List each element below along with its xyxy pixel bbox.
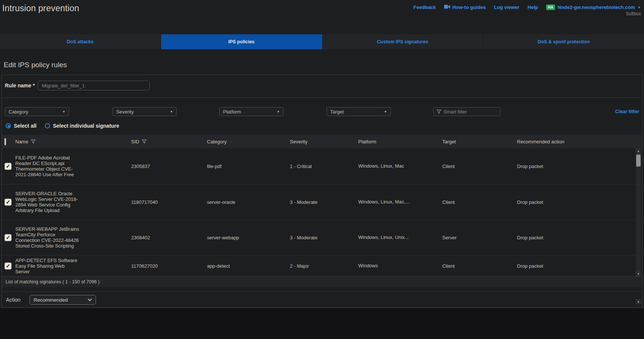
target-cell: Server (442, 235, 517, 240)
target-cell: Client (442, 199, 517, 205)
table-row[interactable]: ✓ APP-DETECT EFS Software Easy File Shar… (2, 255, 642, 276)
tab-dos-spoof-protection[interactable]: DoS & spoof protection (483, 34, 644, 49)
chevron-down-icon: ▼ (170, 110, 173, 113)
device-name: Node2-gw.neospherebiotech.com (558, 4, 635, 10)
action-row: Action Recommended (2, 295, 96, 305)
section-heading: Edit IPS policy rules (4, 61, 67, 69)
platform-dropdown[interactable]: Platform▼ (219, 107, 284, 116)
tab-custom-ips-signatures[interactable]: Custom IPS signatures (322, 34, 483, 49)
howto-guides-link[interactable]: How-to guides (444, 4, 486, 10)
rule-name-label: Rule name * (5, 83, 38, 88)
platform-cell: Windows, Linux, Mac (358, 163, 411, 169)
sid-cell: 1170627020 (131, 263, 207, 269)
select-all-radio[interactable]: Select all (6, 123, 37, 129)
action-select[interactable]: Recommended (30, 295, 96, 305)
table-scrollbar[interactable]: ▲ ▼ (636, 148, 641, 276)
tab-dos-attacks[interactable]: DoS attacks (0, 34, 161, 49)
category-dropdown[interactable]: Category▼ (5, 107, 69, 116)
select-individual-radio[interactable]: Select individual signature (45, 123, 119, 129)
action-label: Action (6, 297, 21, 303)
ha-badge: HA (546, 4, 555, 10)
tab-ips-policies[interactable]: IPS policies (161, 34, 322, 49)
row-checkbox[interactable]: ✓ (4, 262, 12, 270)
recommended-action-cell: Drop packet (517, 199, 642, 205)
chevron-down-icon (88, 299, 92, 301)
signature-name-cell: APP-DETECT EFS Software Easy File Sharin… (15, 258, 80, 274)
table-body: ✓ FILE-PDF Adobe Acrobat Reader DC EScri… (2, 148, 642, 276)
divider (2, 97, 642, 98)
name-filter-funnel-icon[interactable] (31, 139, 35, 144)
main-surface: Intrusion prevention Feedback How-to gui… (0, 0, 644, 308)
radio-selected-icon (6, 123, 11, 128)
row-checkbox[interactable]: ✓ (4, 163, 12, 170)
sid-cell: 2305837 (131, 164, 207, 169)
divider (2, 292, 642, 292)
log-viewer-link[interactable]: Log viewer (494, 4, 519, 10)
severity-cell: 2 - Major (290, 263, 358, 269)
filter-row: Category▼ Severity▼ Platform▼ Target▼ Cl… (2, 107, 642, 116)
table-row[interactable]: ✓ FILE-PDF Adobe Acrobat Reader DC EScri… (2, 148, 642, 184)
table-header: Name SID Category Severity Platform Targ… (2, 135, 642, 148)
scroll-down-icon[interactable]: ▼ (636, 271, 641, 276)
severity-cell: 3 - Moderate (290, 199, 358, 205)
recommended-action-cell: Drop packet (517, 235, 642, 240)
screen: Intrusion prevention Feedback How-to gui… (0, 0, 644, 339)
chevron-down-icon: ▼ (638, 6, 641, 9)
selection-mode-row: Select all Select individual signature (2, 122, 119, 130)
row-checkbox[interactable]: ✓ (4, 199, 12, 206)
category-cell: app-detect (207, 263, 290, 269)
chevron-down-icon: ▼ (384, 110, 387, 113)
signature-name-cell: FILE-PDF Adobe Acrobat Reader DC EScript… (15, 155, 80, 177)
scroll-up-icon[interactable]: ▲ (636, 148, 641, 153)
severity-cell: 3 - Moderate (290, 235, 358, 240)
chevron-down-icon: ▼ (277, 110, 280, 113)
edit-policy-panel: Rule name * Category▼ Severity▼ Platform… (1, 75, 643, 308)
funnel-icon (437, 109, 441, 114)
severity-cell: 1 - Critical (290, 164, 358, 169)
sid-filter-funnel-icon[interactable] (142, 139, 146, 144)
scrollbar-thumb[interactable] (636, 155, 641, 167)
rule-name-input[interactable] (38, 81, 150, 90)
tab-bar: DoS attacks IPS policies Custom IPS sign… (0, 34, 644, 49)
feedback-link[interactable]: Feedback (414, 4, 436, 10)
smart-filter-field (433, 107, 501, 116)
target-cell: Client (442, 263, 517, 269)
topbar: Intrusion prevention Feedback How-to gui… (0, 0, 644, 21)
category-cell: server-webapp (207, 235, 290, 240)
clear-filter-link[interactable]: Clear filter (615, 109, 639, 114)
severity-dropdown[interactable]: Severity▼ (112, 107, 177, 116)
sid-cell: 2308402 (131, 235, 207, 240)
signature-name-cell: SERVER-ORACLE Oracle WebLogic Server CVE… (15, 191, 80, 213)
target-dropdown[interactable]: Target▼ (326, 107, 391, 116)
category-cell: file-pdf (207, 164, 290, 169)
table-row[interactable]: ✓ SERVER-WEBAPP JetBrains TeamCity Perfo… (2, 220, 642, 255)
radio-unselected-icon (45, 123, 50, 128)
header-links: Feedback How-to guides Log viewer Help H… (414, 4, 641, 10)
category-cell: server-oracle (207, 199, 290, 205)
video-icon (444, 4, 450, 10)
device-menu[interactable]: HA Node2-gw.neospherebiotech.com ▼ (546, 4, 641, 10)
rule-name-row: Rule name * (2, 80, 150, 91)
platform-cell: Windows (358, 263, 411, 269)
table-summary-bar: List of matching signatures ( 1 - 150 of… (2, 276, 642, 287)
recommended-action-cell: Drop packet (517, 263, 642, 269)
platform-cell: Windows, Linux, Unix... (358, 234, 411, 240)
row-checkbox[interactable]: ✓ (4, 234, 12, 241)
matching-signatures-summary: List of matching signatures ( 1 - 150 of… (6, 279, 100, 284)
smart-filter-input[interactable] (443, 109, 496, 115)
platform-cell: Windows, Linux, Mac,... (358, 199, 411, 205)
select-all-checkbox[interactable] (4, 138, 6, 145)
help-link[interactable]: Help (527, 4, 538, 10)
panel-scroll-down-icon[interactable]: ▼ (636, 299, 641, 304)
chevron-down-icon: ▼ (62, 110, 65, 113)
device-subtitle: Softbox (626, 11, 641, 16)
sid-cell: 1180717040 (131, 199, 207, 205)
recommended-action-cell: Drop packet (517, 164, 642, 169)
signature-name-cell: SERVER-WEBAPP JetBrains TeamCity Perforc… (15, 226, 80, 249)
target-cell: Client (442, 164, 517, 169)
page-title: Intrusion prevention (2, 3, 79, 13)
table-row[interactable]: ✓ SERVER-ORACLE Oracle WebLogic Server C… (2, 184, 642, 220)
